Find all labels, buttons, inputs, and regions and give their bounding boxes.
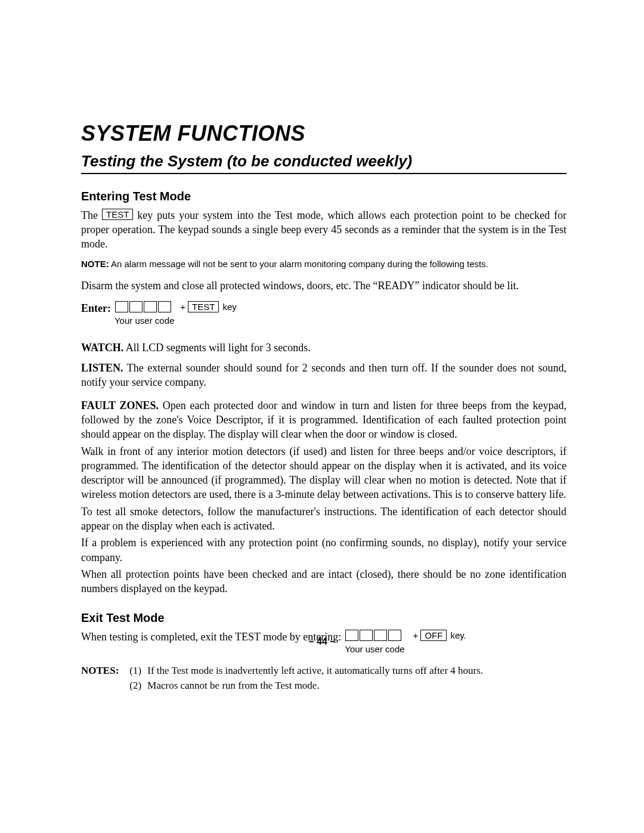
heading-exit-test-mode: Exit Test Mode [81,610,566,626]
key-test: TEST [188,301,219,312]
heading-entering-test-mode: Entering Test Mode [81,188,566,205]
paragraph-listen: LISTEN. The external sounder should soun… [81,361,566,390]
key-word: key [222,301,236,313]
text: The [81,209,102,221]
enter-instruction: Enter: Your user code + TEST key [81,301,566,327]
watch-label: WATCH. [81,342,123,354]
paragraph-smoke: To test all smoke detectors, follow the … [81,504,566,534]
plus-sign: + [180,301,185,313]
paragraph-fault-zones: FAULT ZONES. Open each protected door an… [81,398,566,442]
fault-label: FAULT ZONES. [81,400,159,411]
document-page: SYSTEM FUNCTIONS Testing the System (to … [0,0,644,833]
text: key puts your system into the Test mode,… [81,209,566,250]
note-text: Macros cannot be run from the Test mode. [147,679,319,693]
heading-system-functions: SYSTEM FUNCTIONS [81,119,566,148]
listen-label: LISTEN. [81,362,123,374]
note-label: NOTE: [81,259,109,269]
code-box [158,301,171,312]
note-text: An alarm message will not be sent to you… [109,259,488,269]
user-code-boxes: Your user code [114,301,174,327]
note-item: (2) Macros cannot be run from the Test m… [129,679,566,693]
notes-items: (1) If the Test mode is inadvertently le… [129,664,566,694]
note-line: NOTE: An alarm message will not be sent … [81,258,566,271]
enter-label: Enter: [81,301,111,315]
code-box [115,301,128,312]
code-box [144,301,157,312]
notes-label: NOTES: [81,664,129,694]
paragraph-walk: Walk in front of any interior motion det… [81,444,566,502]
user-code-label: Your user code [114,315,174,327]
text: The external sounder should sound for 2 … [81,362,566,388]
paragraph-problem: If a problem is experienced with any pro… [81,535,566,565]
paragraph-watch: WATCH. All LCD segments will light for 3… [81,340,566,355]
notes-section: NOTES: (1) If the Test mode is inadverte… [81,664,566,694]
page-number: – 44 – [0,635,644,648]
paragraph-intro: The TEST key puts your system into the T… [81,208,566,252]
note-number: (2) [129,679,147,693]
code-box [129,301,143,312]
note-text: If the Test mode is inadvertently left a… [147,664,483,678]
note-number: (1) [129,664,147,678]
heading-testing-system: Testing the System (to be conducted week… [81,151,566,174]
paragraph-when: When all protection points have been che… [81,567,566,596]
paragraph-disarm: Disarm the system and close all protecte… [81,278,566,293]
note-item: (1) If the Test mode is inadvertently le… [129,664,566,678]
text: All LCD segments will light for 3 second… [123,342,310,354]
key-test: TEST [102,209,133,220]
